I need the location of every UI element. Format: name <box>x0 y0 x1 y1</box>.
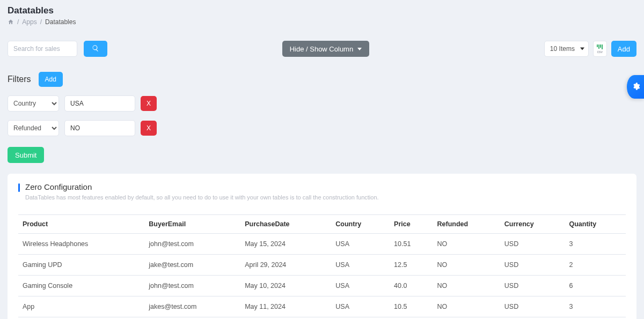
table-cell: USA <box>331 276 390 296</box>
card-subtitle: DataTables has most features enabled by … <box>25 194 626 201</box>
table-cell: May 10, 2024 <box>240 276 331 296</box>
table-cell: 3 <box>565 296 626 317</box>
table-cell: USA <box>331 255 390 276</box>
filter-value-input[interactable] <box>64 95 135 112</box>
items-per-page-select[interactable]: 10 Items <box>544 41 589 57</box>
column-header[interactable]: BuyerEmail <box>144 215 240 234</box>
table-cell: 40.0 <box>390 276 433 296</box>
submit-button[interactable]: Submit <box>8 147 44 163</box>
filters-title: Filters <box>8 75 31 84</box>
table-cell: App <box>18 296 144 317</box>
table-row[interactable]: Wireless Headphonesjohn@test.comMay 15, … <box>18 234 626 255</box>
page-title: Datatables <box>8 5 636 16</box>
hide-show-column-button[interactable]: Hide / Show Column <box>282 41 370 57</box>
table-cell: April 29, 2024 <box>240 255 331 276</box>
table-cell: Gaming Console <box>18 276 144 296</box>
table-row[interactable]: Appjakes@test.comMay 11, 2024USA10.5NOUS… <box>18 296 626 317</box>
filter-row: RefundedX <box>8 120 636 136</box>
column-header[interactable]: Product <box>18 215 144 234</box>
table-cell: jake@test.com <box>144 255 240 276</box>
column-header[interactable]: Price <box>390 215 433 234</box>
column-header[interactable]: Refunded <box>433 215 500 234</box>
column-header[interactable]: PurchaseDate <box>240 215 331 234</box>
column-header[interactable]: Currency <box>500 215 565 234</box>
table-cell: 12.5 <box>390 255 433 276</box>
table-cell: john@test.com <box>144 234 240 255</box>
table-cell: USD <box>500 276 565 296</box>
remove-filter-button[interactable]: X <box>141 121 157 136</box>
breadcrumb-separator: / <box>40 18 42 26</box>
remove-filter-button[interactable]: X <box>141 96 157 111</box>
table-cell: 3 <box>565 234 626 255</box>
filter-value-input[interactable] <box>64 120 135 136</box>
search-button[interactable] <box>84 41 107 57</box>
column-header[interactable]: Country <box>331 215 390 234</box>
filter-field-select[interactable]: Country <box>8 95 59 112</box>
home-icon[interactable] <box>8 19 14 25</box>
breadcrumb-apps[interactable]: Apps <box>22 18 36 26</box>
add-button[interactable]: Add <box>611 41 636 57</box>
export-csv-button[interactable]: csv <box>593 41 607 57</box>
search-input[interactable] <box>8 41 77 57</box>
hide-show-column-label: Hide / Show Column <box>290 45 354 53</box>
table-cell: 6 <box>565 276 626 296</box>
table-cell: NO <box>433 276 500 296</box>
table-cell: 10.5 <box>390 296 433 317</box>
search-icon <box>92 44 99 54</box>
table-cell: Gaming UPD <box>18 255 144 276</box>
gear-icon <box>632 82 640 92</box>
filter-field-select[interactable]: Refunded <box>8 120 59 136</box>
column-header[interactable]: Quantity <box>565 215 626 234</box>
table-cell: USA <box>331 234 390 255</box>
table-cell: NO <box>433 296 500 317</box>
card-zero-configuration: Zero Configuration DataTables has most f… <box>8 174 636 319</box>
table-cell: jakes@test.com <box>144 296 240 317</box>
table-cell: Wireless Headphones <box>18 234 144 255</box>
table-cell: 10.51 <box>390 234 433 255</box>
settings-tab[interactable] <box>627 75 644 99</box>
table-cell: May 15, 2024 <box>240 234 331 255</box>
csv-label: csv <box>597 50 603 54</box>
table-cell: USD <box>500 234 565 255</box>
filter-row: CountryX <box>8 95 636 112</box>
bar-chart-icon <box>597 44 603 49</box>
table-row[interactable]: Gaming Consolejohn@test.comMay 10, 2024U… <box>18 276 626 296</box>
table-cell: john@test.com <box>144 276 240 296</box>
table-cell: 2 <box>565 255 626 276</box>
chevron-down-icon <box>357 48 362 50</box>
data-table: ProductBuyerEmailPurchaseDateCountryPric… <box>18 214 626 317</box>
card-accent <box>18 183 20 192</box>
table-cell: USA <box>331 296 390 317</box>
breadcrumb-separator: / <box>17 18 19 26</box>
card-title: Zero Configuration <box>25 182 92 191</box>
add-filter-button[interactable]: Add <box>39 72 63 87</box>
table-cell: NO <box>433 234 500 255</box>
table-cell: May 11, 2024 <box>240 296 331 317</box>
breadcrumb: / Apps / Datatables <box>8 18 636 26</box>
table-row[interactable]: Gaming UPDjake@test.comApril 29, 2024USA… <box>18 255 626 276</box>
table-cell: USD <box>500 255 565 276</box>
breadcrumb-current: Datatables <box>45 18 76 26</box>
table-cell: USD <box>500 296 565 317</box>
table-cell: NO <box>433 255 500 276</box>
